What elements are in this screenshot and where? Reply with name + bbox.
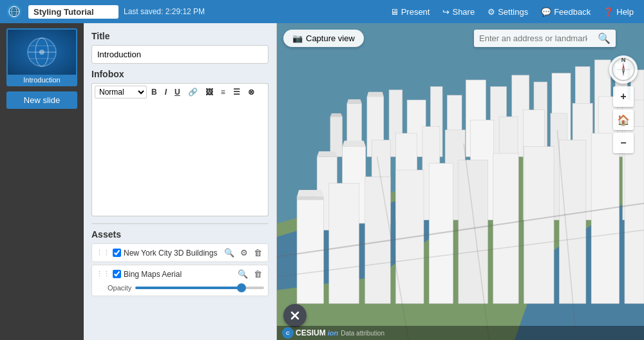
svg-rect-60 <box>591 133 620 303</box>
zoom-out-button[interactable]: − <box>613 133 634 153</box>
svg-marker-37 <box>343 140 366 146</box>
asset-row: ⋮⋮ Bing Maps Aerial 🔍 🗑 <box>92 265 268 283</box>
infobox-section: Infobox Normal Heading 1 Heading 2 Headi… <box>84 69 276 223</box>
infobox-label: Infobox <box>91 69 269 79</box>
drag-handle-icon: ⋮⋮ <box>96 249 110 257</box>
help-icon: ❓ <box>603 7 614 17</box>
compass-north-label: N <box>621 57 626 63</box>
topbar: Styling Tutorial Last saved: 2:29:12 PM … <box>0 0 644 23</box>
zoom-in-button[interactable]: + <box>613 86 634 107</box>
opacity-label: Opacity <box>108 284 131 292</box>
asset-search-button[interactable]: 🔍 <box>236 269 250 279</box>
opacity-slider[interactable] <box>135 287 264 289</box>
svg-point-10 <box>39 50 44 55</box>
asset-actions: 🔍 🗑 <box>236 269 264 279</box>
asset-settings-button[interactable]: ⚙ <box>238 247 250 258</box>
svg-rect-58 <box>524 147 554 304</box>
settings-icon: ⚙ <box>488 7 495 17</box>
asset-search-button[interactable]: 🔍 <box>222 247 236 258</box>
clear-format-button[interactable]: ⊗ <box>245 86 258 99</box>
topbar-actions: 🖥 Present ↪ Share ⚙ Settings 💬 Feedback … <box>385 5 639 19</box>
asset-actions: 🔍 ⚙ 🗑 <box>222 247 264 258</box>
compass[interactable]: N <box>609 55 638 84</box>
title-input[interactable] <box>91 45 269 64</box>
svg-rect-59 <box>559 140 585 303</box>
opacity-row: Opacity <box>92 283 268 296</box>
map-close-button[interactable] <box>283 304 307 327</box>
format-select[interactable]: Normal Heading 1 Heading 2 Heading 3 <box>95 86 147 99</box>
italic-button[interactable]: I <box>162 86 170 99</box>
home-button[interactable]: 🏠 <box>613 109 634 130</box>
feedback-icon: 💬 <box>541 7 551 17</box>
share-icon: ↪ <box>442 7 450 17</box>
capture-view-button[interactable]: 📷 Capture view <box>283 30 364 47</box>
drag-handle-icon: ⋮⋮ <box>96 270 110 278</box>
svg-rect-51 <box>297 196 323 200</box>
infobox-toolbar: Normal Heading 1 Heading 2 Heading 3 B I… <box>91 83 269 100</box>
feedback-button[interactable]: 💬 Feedback <box>536 5 596 19</box>
slide-thumbnail[interactable]: Introduction <box>6 28 77 86</box>
title-section: Title <box>84 23 276 69</box>
svg-marker-16 <box>330 113 343 117</box>
svg-marker-18 <box>347 99 362 103</box>
asset-delete-button[interactable]: 🗑 <box>252 269 264 279</box>
svg-rect-15 <box>330 117 343 156</box>
map-background: 📷 Capture view 🔍 N <box>277 23 644 340</box>
ordered-list-button[interactable]: ≡ <box>218 86 229 99</box>
unordered-list-button[interactable]: ☰ <box>230 86 243 99</box>
main-area: Introduction New slide Title Infobox Nor… <box>0 23 644 340</box>
assets-section: Assets ⋮⋮ New York City 3D Buildings 🔍 ⚙… <box>84 229 276 304</box>
asset-delete-button[interactable]: 🗑 <box>252 247 264 258</box>
cesium-branding: C CESIUM ion Data attribution <box>277 326 644 340</box>
editor-panel: Title Infobox Normal Heading 1 Heading 2… <box>84 23 277 340</box>
svg-rect-56 <box>459 160 488 303</box>
slide-thumbnail-image <box>8 30 76 75</box>
cesium-logo: C CESIUM ion <box>282 327 338 339</box>
map-search-button[interactable]: 🔍 <box>592 30 616 47</box>
cesium-ion-label: ion <box>328 329 339 337</box>
present-icon: 🖥 <box>390 7 399 17</box>
settings-button[interactable]: ⚙ Settings <box>482 5 533 19</box>
asset-checkbox[interactable] <box>113 249 121 257</box>
last-saved: Last saved: 2:29:12 PM <box>124 7 380 16</box>
infobox-textarea[interactable] <box>91 100 269 216</box>
asset-item: ⋮⋮ New York City 3D Buildings 🔍 ⚙ 🗑 <box>91 243 269 262</box>
camera-icon: 📷 <box>292 33 303 43</box>
asset-name: Bing Maps Aerial <box>124 270 233 279</box>
svg-marker-50 <box>297 190 323 196</box>
share-button[interactable]: ↪ Share <box>437 5 480 19</box>
svg-marker-35 <box>317 151 337 156</box>
assets-label: Assets <box>91 229 269 240</box>
help-button[interactable]: ❓ Help <box>598 5 639 19</box>
title-label: Title <box>91 31 269 41</box>
bold-button[interactable]: B <box>148 86 160 99</box>
svg-rect-54 <box>395 170 424 303</box>
asset-checkbox[interactable] <box>113 270 121 278</box>
svg-rect-53 <box>365 176 390 303</box>
image-button[interactable]: 🖼 <box>202 86 216 99</box>
search-bar: 🔍 <box>474 30 616 47</box>
link-button[interactable]: 🔗 <box>185 86 201 99</box>
city-buildings <box>277 23 644 340</box>
asset-row: ⋮⋮ New York City 3D Buildings 🔍 ⚙ 🗑 <box>92 244 268 261</box>
present-button[interactable]: 🖥 Present <box>385 5 435 19</box>
asset-name: New York City 3D Buildings <box>124 249 220 258</box>
sidebar: Introduction New slide <box>0 23 84 340</box>
svg-marker-20 <box>367 92 384 97</box>
nav-controls: N + 🏠 − <box>609 55 638 153</box>
divider <box>91 223 269 224</box>
new-slide-button[interactable]: New slide <box>6 91 77 109</box>
cesium-attribution: Data attribution <box>341 330 384 337</box>
map-area: 📷 Capture view 🔍 N <box>277 23 644 340</box>
app-logo <box>5 3 23 21</box>
map-search-input[interactable] <box>474 30 592 47</box>
underline-button[interactable]: U <box>171 86 184 99</box>
svg-rect-57 <box>493 153 518 303</box>
cesium-logo-icon: C <box>282 327 294 339</box>
slide-label: Introduction <box>8 75 76 85</box>
app-title[interactable]: Styling Tutorial <box>28 5 118 19</box>
cesium-name: CESIUM <box>296 328 326 337</box>
svg-rect-52 <box>329 184 359 304</box>
asset-item: ⋮⋮ Bing Maps Aerial 🔍 🗑 Opacity <box>91 265 269 296</box>
